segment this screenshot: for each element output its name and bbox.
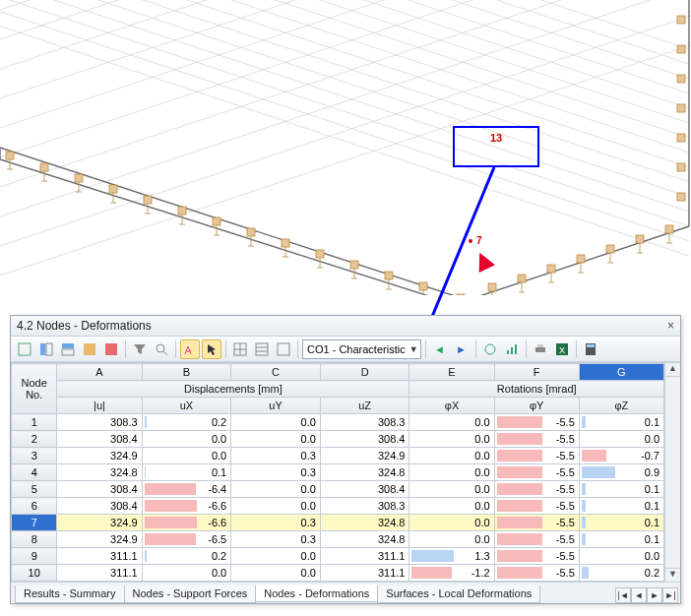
col-letter-B[interactable]: B xyxy=(142,364,231,381)
toolbar-btn-excel[interactable]: X xyxy=(552,339,572,359)
table-cell[interactable]: 324.9 xyxy=(57,531,142,548)
toolbar-btn-filter[interactable] xyxy=(130,339,150,359)
table-cell[interactable]: 0.1 xyxy=(579,481,663,498)
tab-surfaces-local-deformations[interactable]: Surfaces - Local Deformations xyxy=(377,585,540,603)
table-cell[interactable]: 0.0 xyxy=(231,565,321,582)
row-header[interactable]: 1 xyxy=(12,414,57,431)
toolbar-btn-2[interactable] xyxy=(36,339,56,359)
table-cell[interactable]: 0.0 xyxy=(231,548,321,565)
table-cell[interactable]: 308.3 xyxy=(57,414,142,431)
tab-last-icon[interactable]: ►| xyxy=(662,587,678,603)
table-cell[interactable]: 324.8 xyxy=(320,515,409,531)
col-letter-A[interactable]: A xyxy=(57,364,142,381)
table-cell[interactable]: 0.2 xyxy=(142,548,231,565)
table-cell[interactable]: 308.4 xyxy=(57,481,142,498)
table-cell[interactable]: 0.0 xyxy=(142,448,231,464)
table-row[interactable]: 2308.40.00.0308.40.0-5.50.0 xyxy=(12,431,664,448)
table-cell[interactable]: 311.1 xyxy=(320,548,409,565)
table-cell[interactable]: 0.0 xyxy=(142,431,231,448)
row-header[interactable]: 7 xyxy=(12,515,57,531)
table-cell[interactable]: 0.2 xyxy=(142,414,231,431)
table-cell[interactable]: 0.0 xyxy=(231,481,321,498)
toolbar-btn-grid2[interactable] xyxy=(252,339,272,359)
tab-prev-icon[interactable]: ◄ xyxy=(631,587,647,603)
table-cell[interactable]: 308.3 xyxy=(320,498,409,515)
table-cell[interactable]: -5.5 xyxy=(494,531,579,548)
toolbar-btn-chart[interactable] xyxy=(502,339,522,359)
table-cell[interactable]: -5.5 xyxy=(494,481,579,498)
table-row[interactable]: 9311.10.20.0311.11.3-5.50.0 xyxy=(12,548,664,565)
toolbar-btn-grid3[interactable] xyxy=(274,339,293,359)
table-cell[interactable]: -1.2 xyxy=(409,565,494,582)
table-cell[interactable]: 0.0 xyxy=(409,414,494,431)
col-letter-D[interactable]: D xyxy=(320,364,409,381)
table-cell[interactable]: 0.0 xyxy=(142,565,231,582)
nav-prev-icon[interactable]: ◄ xyxy=(430,339,450,359)
toolbar-btn-grid1[interactable] xyxy=(230,339,250,359)
row-header[interactable]: 3 xyxy=(12,448,57,464)
table-cell[interactable]: 0.3 xyxy=(231,464,321,481)
table-cell[interactable]: -6.4 xyxy=(142,481,231,498)
table-cell[interactable]: -5.5 xyxy=(494,515,579,531)
row-header[interactable]: 6 xyxy=(12,498,57,515)
table-cell[interactable]: 0.0 xyxy=(409,498,494,515)
col-letter-F[interactable]: F xyxy=(494,364,579,381)
sub-py[interactable]: φY xyxy=(494,398,579,414)
nav-next-icon[interactable]: ► xyxy=(452,339,471,359)
table-cell[interactable]: 308.4 xyxy=(320,431,409,448)
row-header[interactable]: 8 xyxy=(12,531,57,548)
table-cell[interactable]: 0.1 xyxy=(579,498,663,515)
header-rotations[interactable]: Rotations [mrad] xyxy=(409,381,664,398)
sub-uy[interactable]: uY xyxy=(231,398,321,414)
toolbar-btn-view[interactable] xyxy=(480,339,500,359)
header-displacements[interactable]: Displacements [mm] xyxy=(57,381,409,398)
table-cell[interactable]: 0.0 xyxy=(579,431,663,448)
table-cell[interactable]: -5.5 xyxy=(494,431,579,448)
scroll-up-icon[interactable]: ▲ xyxy=(665,363,680,377)
row-header[interactable]: 2 xyxy=(12,431,57,448)
row-header[interactable]: 4 xyxy=(12,464,57,481)
table-cell[interactable]: 0.0 xyxy=(409,431,494,448)
table-row[interactable]: 1308.30.20.0308.30.0-5.50.1 xyxy=(12,414,664,431)
table-cell[interactable]: 0.0 xyxy=(231,498,321,515)
table-cell[interactable]: 0.0 xyxy=(579,548,663,565)
table-cell[interactable]: 0.9 xyxy=(579,464,663,481)
table-row[interactable]: 10311.10.00.0311.1-1.2-5.50.2 xyxy=(12,565,664,582)
table-cell[interactable]: 0.3 xyxy=(231,448,321,464)
table-cell[interactable]: 0.3 xyxy=(231,515,321,531)
loadcase-combo[interactable]: CO1 - Characteristic ▼ xyxy=(302,339,421,359)
table-cell[interactable]: 311.1 xyxy=(57,548,142,565)
table-cell[interactable]: 0.0 xyxy=(231,414,321,431)
table-row[interactable]: 7324.9-6.60.3324.80.0-5.50.1 xyxy=(12,515,664,531)
table-cell[interactable]: -5.5 xyxy=(494,565,579,582)
table-cell[interactable]: -6.6 xyxy=(142,498,231,515)
sub-u[interactable]: |u| xyxy=(57,398,142,414)
sub-ux[interactable]: uX xyxy=(142,398,231,414)
table-cell[interactable]: 1.3 xyxy=(409,548,494,565)
table-cell[interactable]: 0.0 xyxy=(409,464,494,481)
table-cell[interactable]: 308.4 xyxy=(57,498,142,515)
table-cell[interactable]: 324.8 xyxy=(320,531,409,548)
toolbar-btn-highlight[interactable] xyxy=(180,339,200,359)
table-cell[interactable]: 324.8 xyxy=(57,464,142,481)
table-cell[interactable]: 0.0 xyxy=(409,515,494,531)
tab-next-icon[interactable]: ► xyxy=(647,587,662,603)
table-cell[interactable]: 324.9 xyxy=(57,448,142,464)
model-viewport[interactable]: 7 13 xyxy=(0,0,691,295)
table-cell[interactable]: 311.1 xyxy=(320,565,409,582)
toolbar-btn-find[interactable] xyxy=(152,339,171,359)
col-letter-C[interactable]: C xyxy=(231,364,321,381)
table-cell[interactable]: 0.0 xyxy=(409,481,494,498)
table-row[interactable]: 5308.4-6.40.0308.40.0-5.50.1 xyxy=(12,481,664,498)
table-cell[interactable]: -5.5 xyxy=(494,548,579,565)
table-cell[interactable]: 0.3 xyxy=(231,531,321,548)
toolbar-btn-5[interactable] xyxy=(101,339,121,359)
table-cell[interactable]: 0.1 xyxy=(579,531,663,548)
header-node-no[interactable]: Node No. xyxy=(12,364,57,414)
toolbar-btn-calc[interactable] xyxy=(581,339,600,359)
sub-uz[interactable]: uZ xyxy=(320,398,409,414)
close-icon[interactable]: × xyxy=(667,319,674,333)
toolbar-btn-print[interactable] xyxy=(531,339,550,359)
row-header[interactable]: 9 xyxy=(12,548,57,565)
toolbar-btn-1[interactable] xyxy=(15,339,34,359)
